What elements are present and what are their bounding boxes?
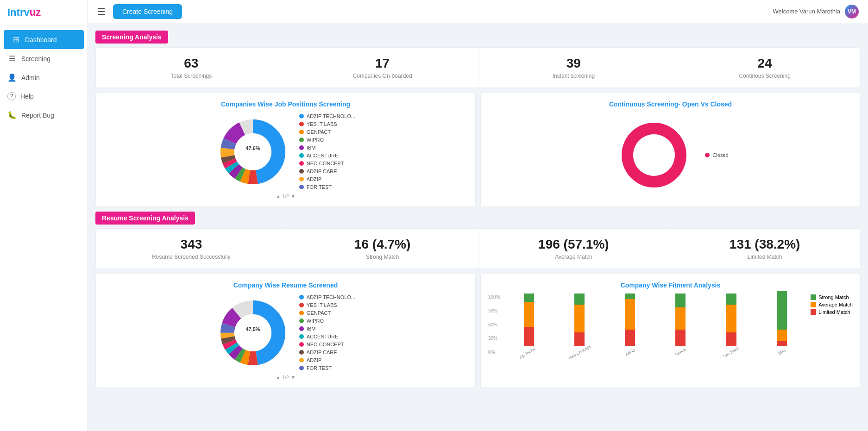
fitment-chart-body: 100% 90% 60% 30% 0% [488,294,853,355]
stat-label: Resume Screened Successfully [101,254,282,260]
stat-instant-screening: 39 Instant screening [478,48,670,87]
bar-label: zip Techn... [519,345,539,359]
limited-bar [625,330,635,346]
stat-average-match: 196 (57.1%) Average Match [478,229,670,269]
bar-chart-legend: Strong Match Average Match Limited Match [811,294,853,315]
legend-color [811,294,816,300]
stat-label: Companies On-boarded [292,73,473,79]
y-axis-labels: 100% 90% 60% 30% 0% [488,294,500,355]
sidebar-item-screening[interactable]: ☰ Screening [0,49,88,68]
legend-item: ADZIP TECHNOLO... [299,294,355,300]
legend-item: YES IT LABS [299,302,355,308]
pagination-hint-2[interactable]: ▲ 1/2 ▼ [103,375,468,380]
legend-item: FOR TEST [299,184,355,190]
stat-number: 16 (4.7%) [292,237,473,252]
logo: Intrvuz [0,0,88,25]
screening-analysis-label: Screening Analysis [95,31,168,44]
logo-text: Intrvuz [7,6,41,18]
stat-limited-match: 131 (38.2%) Limited Match [669,229,860,269]
bug-icon: 🐛 [7,111,17,119]
bar-group-2: Neo Concept [556,291,603,355]
stat-number: 343 [101,237,282,252]
chart-title: Companies Wise Job Positions Screening [103,100,468,108]
topbar: ☰ Create Screening Welcome Varun Marothi… [88,0,868,23]
legend-item-closed: Closed [705,152,728,158]
stat-total-screenings: 63 Total Screenings [96,48,287,87]
legend-item: FOR TEST [299,365,355,371]
legend-item: IBM [299,145,355,150]
bar-label: Adzip [624,348,635,357]
bar-group-6: IBM [758,291,805,355]
legend-label: Limited Match [818,309,850,315]
continuous-legend: Closed [705,152,728,158]
svg-text:47.6%: 47.6% [245,145,260,151]
dashboard-icon: ⊞ [11,35,20,44]
donut-chart-svg: 47.6% [216,115,290,189]
company-resume-chart: Company Wise Resume Screened [95,274,476,388]
legend-item: ADZIP [299,176,355,182]
legend-item: GENPACT [299,310,355,316]
bar-chart-bars: zip Techn... Neo Concept [506,294,805,355]
resume-chart-legend: ADZIP TECHNOLO... YES IT LABS GENPACT WI… [299,294,355,371]
sidebar: Intrvuz ⊞ Dashboard ☰ Screening 👤 Admin … [0,0,88,431]
legend-color [811,309,816,315]
limited-bar [524,327,534,346]
stat-resume-screened: 343 Resume Screened Successfully [96,229,287,269]
strong-bar [574,294,585,305]
strong-bar [625,294,635,299]
help-icon: ? [7,92,16,100]
legend-item: ADZIP CARE [299,169,355,174]
welcome-text: Welcome Varun Marothia [773,8,840,15]
bar-label: Artech [674,347,687,357]
average-bar [777,330,787,341]
stat-label: Strong Match [292,254,473,260]
sidebar-item-label: Dashboard [25,36,57,44]
pagination-hint[interactable]: ▲ 1/2 ▼ [103,194,468,199]
charts-row-1: Companies Wise Job Positions Screening [95,93,861,207]
content-area: Screening Analysis 63 Total Screenings 1… [88,23,868,431]
sidebar-item-report-bug[interactable]: 🐛 Report Bug [0,106,88,125]
legend-item: ADZIP TECHNOLO... [299,113,355,119]
stat-number: 17 [292,56,473,71]
big-donut-svg [612,113,696,197]
bar-label: Yes Bank [723,346,740,359]
legend-item: ACCENTURE [299,153,355,158]
stat-continuous-screening: 24 Continous Screening [669,48,860,87]
screening-icon: ☰ [7,54,17,63]
sidebar-item-admin[interactable]: 👤 Admin [0,68,88,87]
legend-item: IBM [299,326,355,331]
sidebar-item-label: Report Bug [21,112,54,119]
stat-number: 63 [101,56,282,71]
strong-bar [777,291,787,330]
bar-group-4: Artech [657,291,704,355]
admin-icon: 👤 [7,73,17,82]
legend-limited: Limited Match [811,309,853,315]
chart-title: Continuous Screening- Open Vs Closed [488,100,853,108]
create-screening-button[interactable]: Create Screening [113,4,182,19]
sidebar-item-help[interactable]: ? Help [0,87,88,106]
sidebar-item-label: Help [20,93,34,100]
sidebar-item-dashboard[interactable]: ⊞ Dashboard [4,30,84,49]
average-bar [524,302,534,327]
legend-item: GENPACT [299,129,355,135]
main-area: ☰ Create Screening Welcome Varun Marothi… [88,0,868,431]
fitment-chart-title: Company Wise Fitment Analysis [488,281,853,289]
legend-color [811,302,816,307]
chart-legend: ADZIP TECHNOLO... YES IT LABS GENPACT WI… [299,113,355,190]
legend-item: ADZIP [299,357,355,363]
legend-item: ADZIP CARE [299,350,355,355]
svg-text:47.5%: 47.5% [245,326,260,332]
limited-bar [675,330,686,346]
legend-item: YES IT LABS [299,121,355,127]
hamburger-menu[interactable]: ☰ [97,6,106,17]
svg-point-28 [234,314,271,351]
big-donut-container: Closed [488,113,853,197]
screening-analysis-header: Screening Analysis [95,31,861,44]
bar-label: IBM [777,349,786,356]
continuous-screening-chart: Continuous Screening- Open Vs Closed Clo… [480,93,861,207]
limited-bar [726,332,736,346]
limited-bar [574,332,585,346]
screening-stats-card: 63 Total Screenings 17 Companies On-boar… [95,47,861,88]
sidebar-item-label: Admin [21,74,40,81]
svg-point-12 [234,133,271,170]
